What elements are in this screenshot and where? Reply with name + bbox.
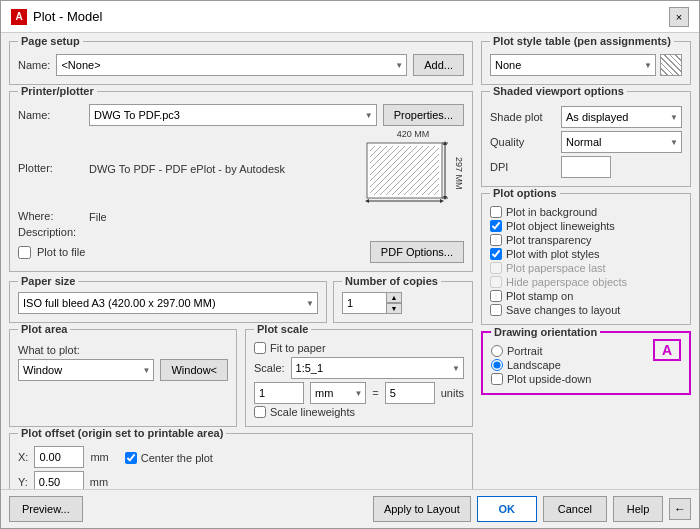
paper-size-label: Paper size xyxy=(18,275,78,287)
scale-lineweights-checkbox[interactable] xyxy=(254,406,266,418)
upside-down-row: Plot upside-down xyxy=(491,373,591,385)
plot-style-group: Plot style table (pen assignments) None xyxy=(481,41,691,85)
plot-offset-label: Plot offset (origin set to printable are… xyxy=(18,427,226,439)
dpi-input[interactable]: 100 xyxy=(561,156,611,178)
orientation-content: Portrait Landscape Plot upside-down A xyxy=(491,339,681,385)
portrait-radio[interactable] xyxy=(491,345,503,357)
x-input[interactable] xyxy=(34,446,84,468)
scale-lineweights-row: Scale lineweights xyxy=(254,406,464,418)
save-changes-checkbox[interactable] xyxy=(490,304,502,316)
name-label: Name: xyxy=(18,59,50,71)
apply-button[interactable]: Apply to Layout xyxy=(373,496,471,522)
scale-value2[interactable] xyxy=(385,382,435,404)
save-changes-label: Save changes to layout xyxy=(506,304,620,316)
landscape-row: Landscape xyxy=(491,359,591,371)
plot-style-wrapper: None xyxy=(490,54,682,76)
description-label: Description: xyxy=(18,226,83,238)
quality-select-wrapper: Normal xyxy=(561,131,682,153)
plot-transparency-row: Plot transparency xyxy=(490,234,682,246)
help-button[interactable]: Help xyxy=(613,496,663,522)
plot-dialog: A Plot - Model × Page setup Name: <None>… xyxy=(0,0,700,529)
mm-x: mm xyxy=(90,451,108,463)
plot-stamp-row: Plot stamp on xyxy=(490,290,682,302)
svg-marker-9 xyxy=(365,199,369,203)
pdf-options-button[interactable]: PDF Options... xyxy=(370,241,464,263)
plot-to-file-label: Plot to file xyxy=(37,246,85,258)
center-label: Center the plot xyxy=(141,452,213,464)
footer-right: Apply to Layout OK Cancel Help ← xyxy=(373,496,691,522)
add-button[interactable]: Add... xyxy=(413,54,464,76)
plot-scale-label: Plot scale xyxy=(254,323,311,335)
plot-object-lineweights-checkbox[interactable] xyxy=(490,220,502,232)
plot-style-label: Plot style table (pen assignments) xyxy=(490,35,674,47)
plotter-label: Plotter: xyxy=(18,162,83,174)
cancel-button[interactable]: Cancel xyxy=(543,496,607,522)
x-label: X: xyxy=(18,451,28,463)
preview-area: 420 MM xyxy=(362,129,464,206)
properties-button[interactable]: Properties... xyxy=(383,104,464,126)
paper-size-row: Paper size ISO full bleed A3 (420.00 x 2… xyxy=(9,281,473,323)
shade-plot-select[interactable]: As displayed xyxy=(561,106,682,128)
quality-select[interactable]: Normal xyxy=(561,131,682,153)
paper-size-select-wrapper: ISO full bleed A3 (420.00 x 297.00 MM) xyxy=(18,292,318,314)
shaded-viewport-label: Shaded viewport options xyxy=(490,85,627,97)
copies-up[interactable]: ▲ xyxy=(386,292,402,303)
fit-to-paper-checkbox[interactable] xyxy=(254,342,266,354)
plot-in-background-checkbox[interactable] xyxy=(490,206,502,218)
scale-value1[interactable] xyxy=(254,382,304,404)
page-setup-select[interactable]: <None> xyxy=(56,54,407,76)
copies-label: Number of copies xyxy=(342,275,441,287)
center-row: Center the plot xyxy=(125,452,213,464)
center-checkbox[interactable] xyxy=(125,452,137,464)
upside-down-checkbox[interactable] xyxy=(491,373,503,385)
plot-to-file-checkbox[interactable] xyxy=(18,246,31,259)
what-to-plot-select[interactable]: Window xyxy=(18,359,154,381)
plot-paperspace-checkbox[interactable] xyxy=(490,262,502,274)
plot-with-styles-row: Plot with plot styles xyxy=(490,248,682,260)
shaded-viewport-group: Shaded viewport options Shade plot As di… xyxy=(481,91,691,187)
plot-area-group: Plot area What to plot: Window Window< xyxy=(9,329,237,427)
svg-marker-10 xyxy=(440,199,444,203)
mm-y: mm xyxy=(90,476,108,488)
plotter-value: DWG To PDF - PDF ePlot - by Autodesk xyxy=(89,163,285,175)
printer-name-select[interactable]: DWG To PDF.pc3 xyxy=(89,104,377,126)
drawing-orientation-group: Drawing orientation Portrait Landscape xyxy=(481,331,691,395)
landscape-icon: A xyxy=(653,339,681,361)
plot-with-styles-checkbox[interactable] xyxy=(490,248,502,260)
preview-button[interactable]: Preview... xyxy=(9,496,83,522)
area-scale-row: Plot area What to plot: Window Window< xyxy=(9,329,473,427)
plot-stamp-checkbox[interactable] xyxy=(490,290,502,302)
plot-options-group: Plot options Plot in background Plot obj… xyxy=(481,193,691,325)
plot-paperspace-label: Plot paperspace last xyxy=(506,262,606,274)
plot-stamp-label: Plot stamp on xyxy=(506,290,573,302)
preview-dim-right: 297 MM xyxy=(454,157,464,190)
units-label: units xyxy=(441,387,464,399)
orientation-radios: Portrait Landscape Plot upside-down xyxy=(491,339,591,385)
what-to-plot-label: What to plot: xyxy=(18,344,80,356)
close-button[interactable]: × xyxy=(669,7,689,27)
help-icon-button[interactable]: ← xyxy=(669,498,691,520)
save-changes-row: Save changes to layout xyxy=(490,304,682,316)
window-button[interactable]: Window< xyxy=(160,359,228,381)
scale-select[interactable]: 1:5_1 xyxy=(291,357,464,379)
copies-down[interactable]: ▼ xyxy=(386,303,402,314)
copies-spinner-btns: ▲ ▼ xyxy=(386,292,402,314)
landscape-radio[interactable] xyxy=(491,359,503,371)
paper-size-select[interactable]: ISO full bleed A3 (420.00 x 297.00 MM) xyxy=(18,292,318,314)
svg-rect-2 xyxy=(370,146,439,195)
pattern-icon[interactable] xyxy=(660,54,682,76)
plot-transparency-checkbox[interactable] xyxy=(490,234,502,246)
y-input[interactable] xyxy=(34,471,84,489)
fit-to-paper-row: Fit to paper xyxy=(254,342,464,354)
plot-style-select[interactable]: None xyxy=(490,54,656,76)
printer-plotter-label: Printer/plotter xyxy=(18,85,97,97)
hide-paperspace-checkbox[interactable] xyxy=(490,276,502,288)
mm-select[interactable]: mm xyxy=(310,382,366,404)
shade-plot-select-wrapper: As displayed xyxy=(561,106,682,128)
where-value: File xyxy=(89,211,107,223)
title-bar: A Plot - Model × xyxy=(1,1,699,33)
ok-button[interactable]: OK xyxy=(477,496,537,522)
hide-paperspace-row: Hide paperspace objects xyxy=(490,276,682,288)
shade-plot-label: Shade plot xyxy=(490,111,555,123)
upside-down-label: Plot upside-down xyxy=(507,373,591,385)
